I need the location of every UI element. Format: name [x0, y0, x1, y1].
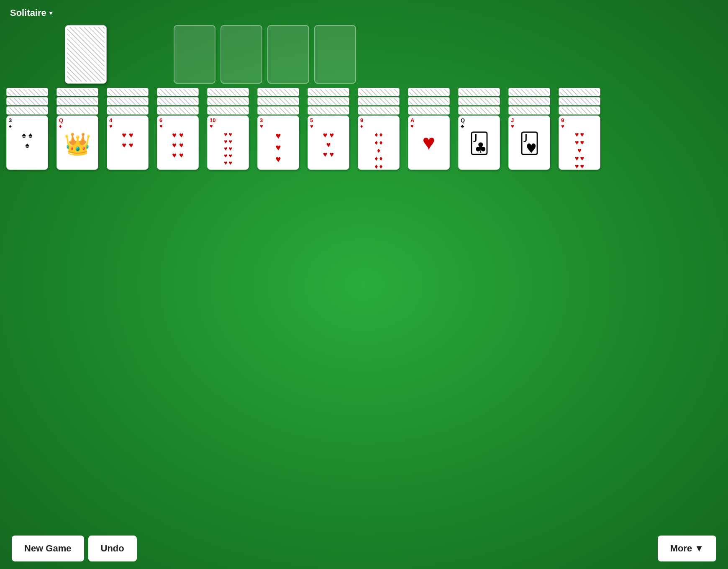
back-card	[508, 106, 550, 115]
stack-group-5: 3♥ ♥ ♥ ♥	[257, 88, 299, 170]
back-card	[358, 88, 400, 96]
stack-group-7: 9♦ ♦ ♦ ♦ ♦ ♦ ♦ ♦ ♦ ♦	[358, 88, 400, 170]
rank-suit: 9♥	[561, 118, 598, 130]
pip-grid: ♦ ♦ ♦ ♦ ♦ ♦ ♦ ♦ ♦	[374, 131, 382, 170]
face-card-0[interactable]: 3♠ ♠ ♠ ♠	[6, 115, 48, 170]
stack-group-11: 9♥ ♥ ♥ ♥ ♥ ♥ ♥ ♥ ♥ ♥	[559, 88, 600, 170]
stack-group-3: 6♥ ♥ ♥ ♥ ♥ ♥ ♥	[157, 88, 199, 170]
card-center: ♥ ♥ ♥ ♥ ♥ ♥ ♥ ♥ ♥	[561, 130, 598, 173]
card-center: ♥ ♥ ♥ ♥ ♥	[310, 130, 347, 161]
stack-group-10: J♥ 🂻	[508, 88, 550, 170]
rank-suit: 6♥	[159, 118, 196, 130]
pip-grid: ♥ ♥ ♥ ♥	[122, 131, 133, 149]
face-card-7[interactable]: 9♦ ♦ ♦ ♦ ♦ ♦ ♦ ♦ ♦ ♦	[358, 115, 400, 170]
tableau-col-7: 9♦ ♦ ♦ ♦ ♦ ♦ ♦ ♦ ♦ ♦	[358, 88, 404, 170]
pip-grid: ♠ ♠ ♠	[22, 131, 32, 149]
face-card-11[interactable]: 9♥ ♥ ♥ ♥ ♥ ♥ ♥ ♥ ♥ ♥	[559, 115, 600, 170]
card-center: ♥ ♥ ♥ ♥ ♥ ♥	[159, 130, 196, 162]
tableau-col-4: 10♥ ♥ ♥ ♥ ♥ ♥ ♥ ♥ ♥ ♥ ♥	[207, 88, 253, 170]
back-card	[508, 97, 550, 105]
stock-card[interactable]	[65, 25, 107, 84]
card-center: ♠ ♠ ♠	[9, 130, 46, 152]
tableau-col-1: Q♦ 👑	[56, 88, 103, 170]
rank-suit: J♥	[511, 118, 548, 130]
back-card	[207, 97, 249, 105]
stack-group-8: A♥ ♥	[408, 88, 450, 170]
rank-suit: 9♦	[360, 118, 397, 130]
back-card	[6, 106, 48, 115]
face-card-9[interactable]: Q♣ 🃛	[458, 115, 500, 170]
undo-button[interactable]: Undo	[88, 536, 137, 561]
back-card	[308, 97, 349, 105]
back-card	[107, 88, 149, 96]
face-card-3[interactable]: 6♥ ♥ ♥ ♥ ♥ ♥ ♥	[157, 115, 199, 170]
tableau-col-3: 6♥ ♥ ♥ ♥ ♥ ♥ ♥	[157, 88, 203, 170]
back-card	[358, 106, 400, 115]
court-symbol: 👑	[64, 131, 91, 157]
back-card	[408, 106, 450, 115]
stack-group-2: 4♥ ♥ ♥ ♥ ♥	[107, 88, 149, 170]
tableau-col-10: J♥ 🂻	[508, 88, 554, 170]
back-card	[559, 97, 600, 105]
pip-grid: ♥ ♥ ♥ ♥ ♥	[323, 131, 334, 158]
back-card	[458, 88, 500, 96]
back-card	[56, 88, 98, 96]
card-center: ♥	[410, 130, 447, 156]
back-card	[508, 88, 550, 96]
tableau-col-6: 5♥ ♥ ♥ ♥ ♥ ♥	[308, 88, 354, 170]
face-card-6[interactable]: 5♥ ♥ ♥ ♥ ♥ ♥	[308, 115, 349, 170]
back-card	[408, 88, 450, 96]
card-center: ♦ ♦ ♦ ♦ ♦ ♦ ♦ ♦ ♦	[360, 130, 397, 173]
tableau-col-2: 4♥ ♥ ♥ ♥ ♥	[107, 88, 153, 170]
tableau-col-5: 3♥ ♥ ♥ ♥	[257, 88, 303, 170]
back-card	[308, 88, 349, 96]
face-card-2[interactable]: 4♥ ♥ ♥ ♥ ♥	[107, 115, 149, 170]
pip-grid: ♥ ♥ ♥ ♥ ♥ ♥ ♥ ♥ ♥ ♥	[224, 131, 232, 166]
court-symbol: 🃛	[469, 131, 490, 155]
rank-suit: Q♦	[59, 118, 96, 130]
back-card	[157, 97, 199, 105]
face-card-1[interactable]: Q♦ 👑	[56, 115, 98, 170]
back-card	[107, 97, 149, 105]
back-card	[56, 97, 98, 105]
foundation-slot-3[interactable]	[314, 25, 356, 84]
back-card	[408, 97, 450, 105]
pip-grid: ♥ ♥ ♥	[275, 131, 281, 164]
back-card	[308, 106, 349, 115]
foundation-slot-0[interactable]	[174, 25, 215, 84]
new-game-button[interactable]: New Game	[12, 536, 84, 561]
more-label: More	[670, 543, 692, 554]
back-card	[559, 106, 600, 115]
face-card-8[interactable]: A♥ ♥	[408, 115, 450, 170]
stack-group-9: Q♣ 🃛	[458, 88, 500, 170]
back-card	[6, 88, 48, 96]
back-card	[458, 106, 500, 115]
tableau-col-11: 9♥ ♥ ♥ ♥ ♥ ♥ ♥ ♥ ♥ ♥	[559, 88, 605, 170]
foundation-slot-1[interactable]	[220, 25, 262, 84]
stack-group-0: 3♠ ♠ ♠ ♠	[6, 88, 48, 170]
back-card	[157, 88, 199, 96]
tableau-area: 3♠ ♠ ♠ ♠ Q♦ 👑	[6, 88, 605, 170]
rank-suit: Q♣	[461, 118, 497, 130]
back-card	[56, 106, 98, 115]
face-card-4[interactable]: 10♥ ♥ ♥ ♥ ♥ ♥ ♥ ♥ ♥ ♥ ♥	[207, 115, 249, 170]
back-card	[257, 97, 299, 105]
bottom-bar: New Game Undo More ▼	[0, 536, 728, 561]
tableau-col-9: Q♣ 🃛	[458, 88, 504, 170]
face-card-10[interactable]: J♥ 🂻	[508, 115, 550, 170]
dropdown-arrow[interactable]: ▼	[48, 10, 54, 16]
face-card-5[interactable]: 3♥ ♥ ♥ ♥	[257, 115, 299, 170]
rank-suit: 3♥	[260, 118, 297, 130]
rank-suit: 10♥	[210, 118, 246, 130]
more-arrow-icon: ▼	[695, 543, 704, 554]
back-card	[458, 97, 500, 105]
stock-pile[interactable]	[65, 25, 107, 84]
back-card	[257, 106, 299, 115]
stack-group-4: 10♥ ♥ ♥ ♥ ♥ ♥ ♥ ♥ ♥ ♥ ♥	[207, 88, 249, 170]
foundation-area	[174, 25, 356, 84]
tableau-col-0: 3♠ ♠ ♠ ♠	[6, 88, 52, 170]
more-button[interactable]: More ▼	[658, 536, 716, 561]
foundation-slot-2[interactable]	[267, 25, 309, 84]
rank-suit: 4♥	[109, 118, 146, 130]
pip-grid: ♥ ♥ ♥ ♥ ♥ ♥ ♥ ♥ ♥	[575, 131, 584, 170]
